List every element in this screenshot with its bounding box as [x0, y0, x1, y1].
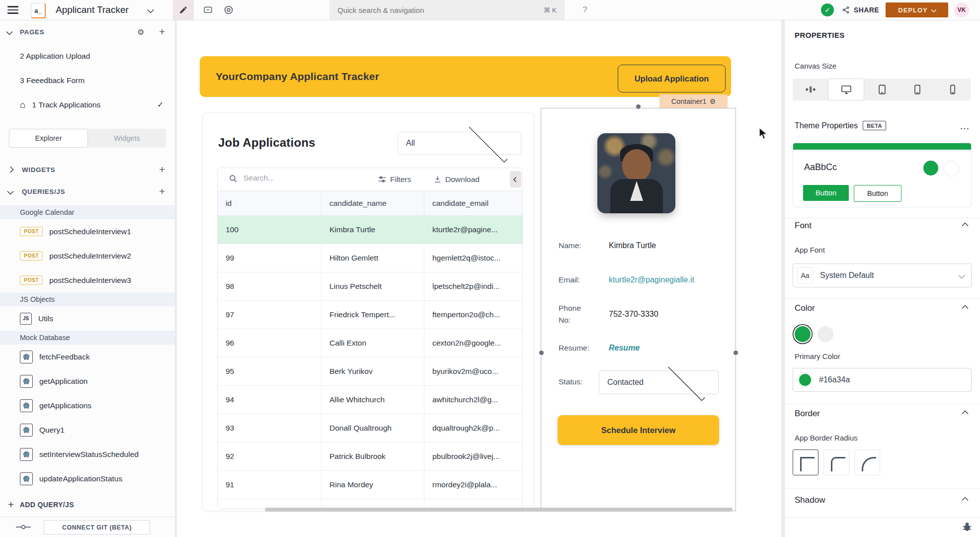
query-item[interactable]: JSUtils: [0, 306, 175, 331]
border-radius-large-option[interactable]: [854, 449, 880, 475]
table-row[interactable]: 96Calli Extoncexton2n@google...: [218, 329, 522, 358]
quick-search-input[interactable]: [336, 5, 544, 15]
theme-more-options-icon[interactable]: …: [960, 123, 971, 128]
shadow-header-label: Shadow: [795, 495, 825, 505]
border-radius-medium-option[interactable]: [823, 449, 849, 475]
resize-handle-left[interactable]: [539, 350, 544, 356]
queries-section-header[interactable]: QUERIES/JS +: [0, 180, 175, 202]
color-collapse-chevron-icon[interactable]: [962, 305, 969, 312]
query-item[interactable]: POSTpostScheduleInterview3: [0, 268, 175, 292]
status-select[interactable]: Contacted: [599, 370, 719, 394]
column-header[interactable]: candidate_email: [424, 191, 522, 215]
share-button[interactable]: SHARE: [842, 0, 879, 20]
hamburger-menu-icon[interactable]: [6, 0, 20, 20]
border-radius-none-option[interactable]: [793, 449, 818, 475]
canvas-size-phone-option[interactable]: [935, 79, 971, 100]
query-item[interactable]: fetchFeedback: [0, 345, 175, 369]
view-mode-button[interactable]: [219, 0, 239, 20]
status-filter-dropdown[interactable]: All: [398, 132, 521, 155]
collapse-panel-button[interactable]: [510, 171, 521, 187]
filters-button[interactable]: Filters: [378, 168, 411, 190]
edit-mode-button[interactable]: [173, 0, 194, 20]
comment-mode-button[interactable]: [198, 0, 218, 20]
download-button[interactable]: Download: [433, 168, 480, 190]
add-page-button[interactable]: +: [159, 26, 165, 38]
primary-color-swatch-selected[interactable]: [795, 326, 811, 342]
table-row[interactable]: 97Friedrick Tempert...ftemperton2o@ch...: [218, 301, 522, 329]
secondary-color-swatch[interactable]: [817, 326, 833, 342]
email-value-link[interactable]: kturtle2r@paginegialle.it: [609, 274, 694, 286]
font-chevron-down-icon[interactable]: [958, 272, 965, 279]
app-title[interactable]: Applicant Tracker: [56, 0, 129, 20]
query-item[interactable]: POSTpostScheduleInterview1: [0, 219, 175, 244]
widgets-chevron-right-icon[interactable]: [7, 166, 14, 173]
add-query-plus-button[interactable]: +: [159, 185, 165, 197]
quick-search-bar[interactable]: ⌘ K: [329, 0, 565, 20]
table-row[interactable]: 93Donall Qualtroughdqualtrough2k@p...: [218, 414, 522, 443]
user-avatar[interactable]: VK: [954, 2, 969, 17]
table-search-input[interactable]: [243, 173, 334, 183]
deploy-button[interactable]: DEPLOY: [886, 2, 948, 17]
border-section-header[interactable]: Border: [795, 409, 971, 419]
deploy-chevron-down-icon[interactable]: [931, 7, 936, 12]
font-section-header[interactable]: Font: [795, 221, 971, 231]
sidebar-item-page[interactable]: ⌂1 Track Applications✓: [0, 92, 175, 117]
query-item[interactable]: POSTpostScheduleInterview2: [0, 244, 175, 268]
tab-explorer[interactable]: Explorer: [9, 129, 88, 148]
pages-settings-gear-icon[interactable]: ⚙: [137, 27, 144, 37]
border-collapse-chevron-icon[interactable]: [962, 410, 969, 417]
container-settings-gear-icon[interactable]: ⚙: [710, 97, 716, 105]
query-group-header[interactable]: Mock Database: [0, 331, 175, 345]
query-item[interactable]: setInterviewStatusScheduled: [0, 442, 175, 466]
sidebar-item-page[interactable]: 3 Feeedback Form: [0, 68, 175, 92]
resize-handle-right[interactable]: [733, 350, 738, 356]
canvas-size-fluid-option[interactable]: [793, 79, 828, 100]
color-section-header[interactable]: Color: [795, 303, 971, 313]
query-group-header[interactable]: Google Calendar: [0, 205, 175, 219]
schedule-interview-button[interactable]: Schedule Interview: [558, 415, 719, 445]
add-widget-button[interactable]: +: [159, 164, 165, 176]
container-widget-tag[interactable]: Container1 ⚙: [659, 94, 728, 108]
canvas-size-tablet-large-option[interactable]: [864, 79, 899, 100]
resume-link[interactable]: Resume: [609, 342, 640, 354]
widgets-section-header[interactable]: WIDGETS +: [0, 159, 175, 180]
query-item[interactable]: getApplications: [0, 393, 175, 418]
resize-handle-top[interactable]: [636, 104, 641, 109]
table-row[interactable]: 99Hilton Gemletthgemlett2q@istoc...: [218, 244, 522, 272]
connect-git-button[interactable]: CONNECT GIT (BETA): [44, 520, 150, 535]
upload-application-button[interactable]: Upload Application: [618, 65, 726, 92]
status-chevron-down-icon[interactable]: [667, 363, 705, 401]
sidebar-item-page[interactable]: 2 Application Upload: [0, 44, 175, 68]
canvas-size-tablet-option[interactable]: [900, 79, 935, 100]
theme-preview-card[interactable]: AaBbCc Button Button: [793, 143, 972, 207]
primary-color-input[interactable]: #16a34a: [793, 368, 972, 392]
app-title-chevron-down-icon[interactable]: [148, 0, 153, 20]
table-row[interactable]: 98Linus Petscheltlpetschelt2p@indi...: [218, 272, 522, 301]
table-row[interactable]: 100Kimbra Turtlekturtle2r@pagine...: [218, 216, 522, 244]
font-collapse-chevron-icon[interactable]: [962, 222, 969, 229]
query-item[interactable]: getApplication: [0, 369, 175, 393]
table-row[interactable]: 91Rina Mordeyrmordey2i@plala...: [218, 471, 522, 499]
pages-section-header[interactable]: PAGES ⚙ +: [0, 20, 175, 44]
candidate-detail-container[interactable]: Name: Kimbra Turtle Email: kturtle2r@pag…: [541, 108, 736, 511]
filter-chevron-down-icon[interactable]: [469, 124, 507, 163]
shadow-section-header[interactable]: Shadow: [795, 495, 971, 505]
add-query-js-button[interactable]: + ADD QUERY/JS: [0, 495, 175, 515]
query-group-header[interactable]: JS Objects: [0, 292, 175, 306]
query-item[interactable]: Query1: [0, 418, 175, 442]
table-row[interactable]: 92Patrick Bulbrookpbulbrook2j@livej...: [218, 443, 522, 471]
shadow-collapse-chevron-icon[interactable]: [962, 497, 969, 504]
canvas-size-desktop-option[interactable]: [828, 79, 864, 100]
tab-widgets[interactable]: Widgets: [88, 129, 166, 148]
column-header[interactable]: id: [218, 191, 322, 215]
column-header[interactable]: candidate_name: [322, 191, 424, 215]
debug-bug-icon[interactable]: [962, 521, 973, 532]
app-font-select[interactable]: Aa System Default: [793, 264, 972, 287]
query-item[interactable]: updateApplicationStatus: [0, 466, 175, 491]
help-button[interactable]: ?: [577, 0, 592, 20]
horizontal-scrollbar[interactable]: [265, 508, 733, 512]
table-row[interactable]: 95Berk Yurikovbyurikov2m@uco...: [218, 358, 522, 386]
pages-chevron-down-icon[interactable]: [6, 28, 13, 35]
table-row[interactable]: 94Allie Whitchurchawhitchurch2l@g...: [218, 386, 522, 414]
queries-chevron-down-icon[interactable]: [7, 188, 14, 195]
